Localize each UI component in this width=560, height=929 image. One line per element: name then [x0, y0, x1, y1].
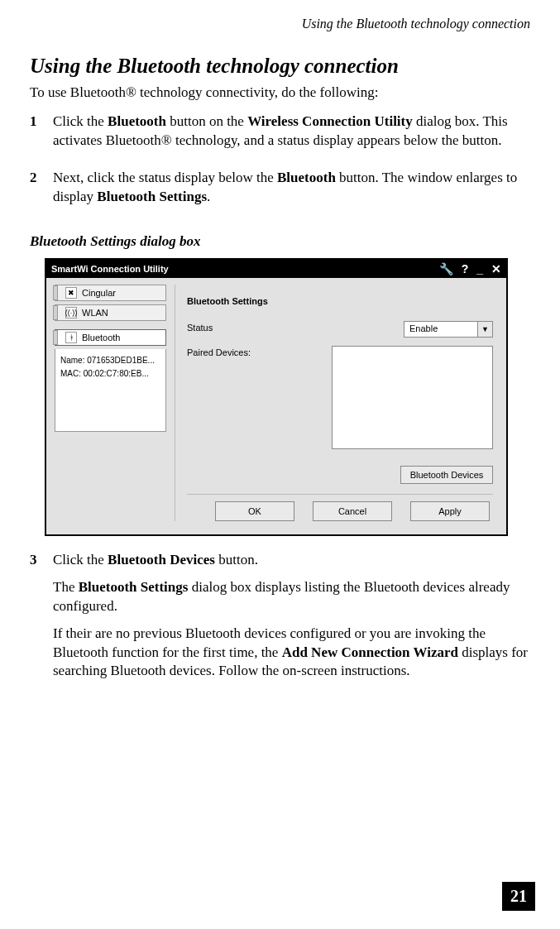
device-mac-text: MAC: 00:02:C7:80:EB... [60, 367, 160, 381]
text: Next, click the status display below the [53, 170, 277, 185]
figure-caption: Bluetooth Settings dialog box [30, 233, 530, 250]
minimize-icon[interactable]: _ [476, 263, 483, 275]
status-dropdown[interactable]: Enable ▼ [404, 321, 493, 338]
sidebar-label: Cingular [82, 288, 116, 298]
dialog-titlebar: SmartWi Connection Utility 🔧 ? _ ✕ [46, 260, 506, 278]
device-name-text: Name: 071653DED1BE... [60, 354, 160, 367]
text: button on the [166, 113, 247, 129]
bold-bt-settings: Bluetooth Settings [97, 189, 207, 204]
bold-bluetooth: Bluetooth [277, 170, 336, 185]
signal-indicator [53, 305, 58, 320]
signal-indicator [53, 285, 58, 300]
paired-devices-list[interactable] [332, 346, 493, 449]
settings-pane: Bluetooth Settings Status Enable ▼ Paire… [175, 285, 498, 521]
panel-title: Bluetooth Settings [187, 296, 493, 306]
sidebar-item-wlan[interactable]: ((·)) WLAN [55, 304, 166, 321]
help-icon[interactable]: ? [462, 263, 469, 275]
status-value: Enable [404, 322, 477, 337]
text: The [53, 579, 79, 595]
ok-button[interactable]: OK [215, 501, 294, 521]
text: Click the [53, 113, 108, 129]
page-number: 21 [502, 882, 535, 911]
sidebar-label: WLAN [82, 308, 108, 318]
step-number: 1 [30, 113, 53, 159]
bold-bt-devices: Bluetooth Devices [108, 552, 215, 567]
bold-wcu: Wireless Connection Utility [247, 113, 413, 129]
sidebar-item-cingular[interactable]: ✖ Cingular [55, 285, 166, 301]
step-1: 1 Click the Bluetooth button on the Wire… [30, 113, 530, 159]
wlan-icon: ((·)) [65, 307, 77, 318]
paired-devices-label: Paired Devices: [187, 346, 266, 357]
text: button. [215, 552, 258, 567]
cingular-icon: ✖ [65, 287, 77, 299]
step-3: 3 Click the Bluetooth Devices button. Th… [30, 551, 530, 690]
bold-bt-settings: Bluetooth Settings [79, 579, 189, 595]
status-label: Status [187, 321, 266, 333]
sidebar: ✖ Cingular ((·)) WLAN ᚼ Bluetooth Name: … [55, 285, 166, 521]
intro-text: To use Bluetooth® technology connectivit… [30, 84, 530, 101]
divider [187, 494, 493, 495]
text: Click the [53, 552, 108, 567]
cancel-button[interactable]: Cancel [313, 501, 392, 521]
dialog-title: SmartWi Connection Utility [51, 264, 169, 274]
signal-indicator [53, 330, 58, 345]
sidebar-item-bluetooth[interactable]: ᚼ Bluetooth [55, 329, 166, 346]
dialog-screenshot: SmartWi Connection Utility 🔧 ? _ ✕ ✖ Cin… [45, 258, 508, 536]
bold-bluetooth: Bluetooth [108, 113, 166, 129]
step-number: 2 [30, 169, 53, 215]
sidebar-label: Bluetooth [82, 333, 120, 342]
bluetooth-devices-button[interactable]: Bluetooth Devices [400, 466, 493, 484]
running-header: Using the Bluetooth technology connectio… [30, 17, 530, 31]
step-number: 3 [30, 551, 53, 690]
wrench-icon[interactable]: 🔧 [439, 263, 453, 275]
bluetooth-icon: ᚼ [65, 332, 77, 343]
bluetooth-status-panel[interactable]: Name: 071653DED1BE... MAC: 00:02:C7:80:E… [55, 349, 166, 432]
section-title: Using the Bluetooth technology connectio… [30, 55, 530, 78]
close-icon[interactable]: ✕ [491, 263, 501, 275]
step-2: 2 Next, click the status display below t… [30, 169, 530, 215]
text: . [207, 189, 210, 204]
apply-button[interactable]: Apply [410, 501, 490, 521]
chevron-down-icon: ▼ [477, 322, 492, 337]
bold-add-wizard: Add New Connection Wizard [282, 644, 458, 660]
